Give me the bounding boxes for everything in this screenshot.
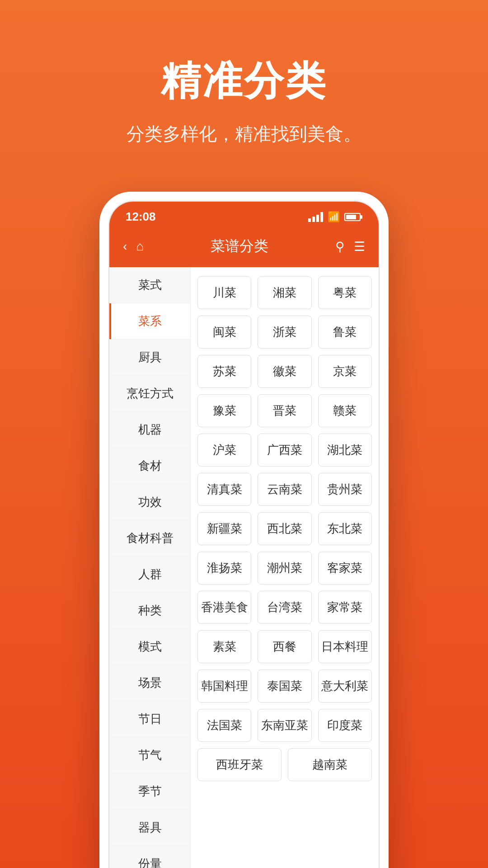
- sidebar-item-3[interactable]: 烹饪方式: [109, 376, 190, 412]
- grid-row-2: 苏菜徽菜京菜: [197, 355, 372, 388]
- sidebar-item-6[interactable]: 功效: [109, 484, 190, 520]
- nav-right-buttons: ⚲ ☰: [335, 239, 365, 254]
- sidebar-item-9[interactable]: 种类: [109, 593, 190, 629]
- time-display: 12:08: [126, 210, 156, 224]
- top-section: 精准分类 分类多样化，精准找到美食。: [0, 0, 488, 174]
- nav-bar: ‹ ⌂ 菜谱分类 ⚲ ☰: [109, 228, 379, 267]
- tag-btn-11-2[interactable]: 印度菜: [318, 709, 372, 742]
- status-bar: 12:08 📶: [109, 202, 379, 228]
- tag-btn-8-2[interactable]: 家常菜: [318, 591, 372, 624]
- tag-btn-2-2[interactable]: 京菜: [318, 355, 372, 388]
- tag-btn-3-1[interactable]: 晋菜: [258, 394, 311, 427]
- grid-row-8: 香港美食台湾菜家常菜: [197, 591, 372, 624]
- sidebar-item-1[interactable]: 菜系: [109, 303, 190, 340]
- tag-btn-10-1[interactable]: 泰国菜: [258, 670, 311, 703]
- tag-btn-4-1[interactable]: 广西菜: [258, 434, 311, 467]
- tag-btn-5-2[interactable]: 贵州菜: [318, 473, 372, 506]
- main-title: 精准分类: [161, 54, 327, 108]
- grid-row-6: 新疆菜西北菜东北菜: [197, 512, 372, 545]
- status-icons: 📶: [308, 211, 362, 223]
- sidebar-item-10[interactable]: 模式: [109, 629, 190, 665]
- sidebar-item-4[interactable]: 机器: [109, 412, 190, 448]
- tag-btn-6-1[interactable]: 西北菜: [258, 512, 311, 545]
- grid-row-10: 韩国料理泰国菜意大利菜: [197, 670, 372, 703]
- tag-btn-9-1[interactable]: 西餐: [258, 630, 311, 663]
- tag-btn-7-0[interactable]: 淮扬菜: [197, 552, 251, 585]
- content-area: 菜式菜系厨具烹饪方式机器食材功效食材科普人群种类模式场景节日节气季节器具份量难度…: [109, 267, 379, 868]
- tag-btn-6-0[interactable]: 新疆菜: [197, 512, 251, 545]
- tag-btn-6-2[interactable]: 东北菜: [318, 512, 372, 545]
- tag-btn-7-2[interactable]: 客家菜: [318, 552, 372, 585]
- tag-btn-7-1[interactable]: 潮州菜: [258, 552, 311, 585]
- grid-row-12: 西班牙菜越南菜: [197, 748, 372, 781]
- sidebar-item-5[interactable]: 食材: [109, 448, 190, 484]
- category-sidebar: 菜式菜系厨具烹饪方式机器食材功效食材科普人群种类模式场景节日节气季节器具份量难度: [109, 267, 191, 868]
- grid-row-3: 豫菜晋菜赣菜: [197, 394, 372, 427]
- signal-icon: [308, 212, 323, 222]
- tag-btn-8-1[interactable]: 台湾菜: [258, 591, 311, 624]
- tag-btn-11-1[interactable]: 东南亚菜: [258, 709, 311, 742]
- tag-btn-1-0[interactable]: 闽菜: [197, 316, 251, 349]
- tag-btn-12-0[interactable]: 西班牙菜: [197, 748, 282, 781]
- tag-btn-11-0[interactable]: 法国菜: [197, 709, 251, 742]
- nav-title: 菜谱分类: [144, 236, 335, 256]
- phone-mockup: 12:08 📶 ‹ ⌂ 菜谱分类: [99, 192, 389, 868]
- tag-btn-9-0[interactable]: 素菜: [197, 630, 251, 663]
- sidebar-item-0[interactable]: 菜式: [109, 267, 190, 303]
- grid-row-4: 沪菜广西菜湖北菜: [197, 434, 372, 467]
- battery-icon: [344, 213, 362, 221]
- grid-row-5: 清真菜云南菜贵州菜: [197, 473, 372, 506]
- grid-row-7: 淮扬菜潮州菜客家菜: [197, 552, 372, 585]
- sidebar-item-12[interactable]: 节日: [109, 701, 190, 737]
- tag-btn-0-1[interactable]: 湘菜: [258, 276, 311, 309]
- sidebar-item-14[interactable]: 季节: [109, 774, 190, 810]
- phone-screen: 12:08 📶 ‹ ⌂ 菜谱分类: [108, 201, 380, 868]
- sidebar-item-7[interactable]: 食材科普: [109, 520, 190, 557]
- sidebar-item-15[interactable]: 器具: [109, 810, 190, 846]
- tag-btn-2-0[interactable]: 苏菜: [197, 355, 251, 388]
- back-icon[interactable]: ‹: [123, 239, 127, 254]
- tag-btn-4-0[interactable]: 沪菜: [197, 434, 251, 467]
- tag-btn-2-1[interactable]: 徽菜: [258, 355, 311, 388]
- wifi-icon: 📶: [328, 211, 340, 223]
- tag-btn-1-2[interactable]: 鲁菜: [318, 316, 372, 349]
- tag-btn-10-0[interactable]: 韩国料理: [197, 670, 251, 703]
- category-grid: 川菜湘菜粤菜闽菜浙菜鲁菜苏菜徽菜京菜豫菜晋菜赣菜沪菜广西菜湖北菜清真菜云南菜贵州…: [191, 267, 379, 868]
- tag-btn-1-1[interactable]: 浙菜: [258, 316, 311, 349]
- tag-btn-4-2[interactable]: 湖北菜: [318, 434, 372, 467]
- tag-btn-3-2[interactable]: 赣菜: [318, 394, 372, 427]
- tag-btn-5-1[interactable]: 云南菜: [258, 473, 311, 506]
- sidebar-item-8[interactable]: 人群: [109, 557, 190, 593]
- tag-btn-3-0[interactable]: 豫菜: [197, 394, 251, 427]
- grid-row-0: 川菜湘菜粤菜: [197, 276, 372, 309]
- tag-btn-10-2[interactable]: 意大利菜: [318, 670, 372, 703]
- sidebar-item-11[interactable]: 场景: [109, 665, 190, 701]
- sidebar-item-16[interactable]: 份量: [109, 846, 190, 868]
- tag-btn-8-0[interactable]: 香港美食: [197, 591, 251, 624]
- sidebar-item-13[interactable]: 节气: [109, 737, 190, 774]
- tag-btn-12-1[interactable]: 越南菜: [288, 748, 372, 781]
- grid-row-11: 法国菜东南亚菜印度菜: [197, 709, 372, 742]
- tag-btn-9-2[interactable]: 日本料理: [318, 630, 372, 663]
- grid-row-1: 闽菜浙菜鲁菜: [197, 316, 372, 349]
- menu-icon[interactable]: ☰: [354, 239, 365, 254]
- home-icon[interactable]: ⌂: [136, 239, 144, 254]
- tag-btn-5-0[interactable]: 清真菜: [197, 473, 251, 506]
- tag-btn-0-2[interactable]: 粤菜: [318, 276, 372, 309]
- sidebar-item-2[interactable]: 厨具: [109, 340, 190, 376]
- sub-title: 分类多样化，精准找到美食。: [127, 122, 361, 146]
- grid-row-9: 素菜西餐日本料理: [197, 630, 372, 663]
- search-icon[interactable]: ⚲: [335, 239, 345, 254]
- nav-left-buttons: ‹ ⌂: [123, 239, 144, 254]
- tag-btn-0-0[interactable]: 川菜: [197, 276, 251, 309]
